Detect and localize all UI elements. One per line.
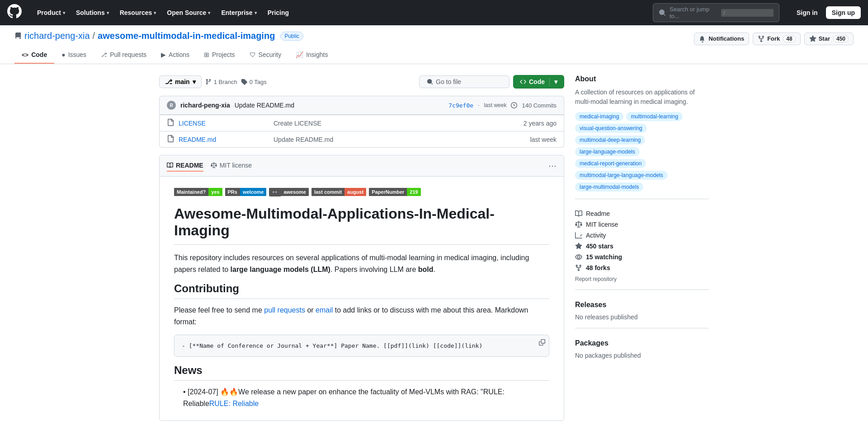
repo-name[interactable]: awesome-multimodal-in-medical-imaging: [98, 31, 275, 41]
repo-actions: Notifications Fork 48 Star 450: [694, 33, 854, 45]
commit-author[interactable]: richard-peng-xia: [180, 102, 230, 109]
file-controls: ⎇ main ▾ 1 Branch 0 Tags Go t: [159, 75, 564, 89]
branch-selector[interactable]: ⎇ main ▾: [159, 75, 202, 88]
sidebar-forks-link[interactable]: 48 forks: [575, 264, 709, 271]
badge-prs: PRs welcome: [225, 187, 267, 196]
pull-requests-link[interactable]: pull requests: [264, 306, 305, 314]
file-time-readme: last week: [530, 136, 557, 143]
news-item-1: • [2024-07] 🔥🔥We release a new paper on …: [183, 386, 549, 409]
file-name-license[interactable]: LICENSE: [179, 120, 269, 127]
commit-time-label: last week: [484, 102, 506, 108]
topic-multimodal-learning[interactable]: multimodal-learning: [626, 112, 683, 121]
branches-link[interactable]: 1 Branch: [205, 79, 237, 85]
top-nav: Product▾ Solutions▾ Resources▾ Open Sour…: [0, 0, 868, 25]
badge-maintained: Maintained? yes: [174, 187, 222, 196]
tab-security[interactable]: 🛡 Security: [242, 47, 289, 64]
sidebar-watching-link[interactable]: 15 watching: [575, 253, 709, 261]
readme-tab-license[interactable]: MIT license: [211, 160, 252, 172]
topic-multimodal-large-language-models[interactable]: multimodal-large-language-models: [575, 171, 668, 180]
go-to-file-button[interactable]: Go to file: [419, 75, 509, 88]
tab-insights[interactable]: 📈 Insights: [288, 47, 335, 64]
packages-title: Packages: [575, 339, 709, 347]
readme-tab-readme[interactable]: README: [167, 160, 203, 172]
search-box[interactable]: Search or jump to... /: [653, 3, 779, 22]
topics-list: medical-imaging multimodal-learning visu…: [575, 112, 709, 191]
topic-medical-report-generation[interactable]: medical-report-generation: [575, 159, 646, 168]
sidebar-activity-link[interactable]: Activity: [575, 232, 709, 239]
star-count: 450: [833, 35, 849, 42]
search-slash: /: [721, 9, 774, 17]
email-link[interactable]: email: [316, 306, 333, 314]
sidebar-license-link[interactable]: MIT license: [575, 221, 709, 228]
file-row-license: LICENSE Create LICENSE 2 years ago: [160, 115, 564, 131]
readme-license-section: Readme MIT license Activity 450 stars 15…: [575, 210, 709, 290]
file-name-readme[interactable]: README.md: [179, 136, 269, 143]
badge-last-commit: last commit august: [311, 187, 366, 196]
repo-header: richard-peng-xia / awesome-multimodal-in…: [0, 25, 868, 64]
auth-buttons: Sign in Sign up: [792, 6, 861, 19]
commit-hash[interactable]: 7c9ef0e: [448, 102, 473, 109]
notifications-button[interactable]: Notifications: [694, 33, 749, 45]
nav-pricing[interactable]: Pricing: [263, 5, 293, 20]
fork-count: 48: [783, 35, 795, 42]
about-title: About: [575, 75, 709, 83]
copy-icon[interactable]: [539, 339, 545, 347]
file-table: LICENSE Create LICENSE 2 years ago READM…: [159, 115, 564, 148]
repo-path: richard-peng-xia / awesome-multimodal-in…: [14, 31, 303, 41]
visibility-badge: Public: [280, 32, 303, 41]
tab-issues[interactable]: ● Issues: [54, 47, 94, 64]
file-icon-readme: [167, 135, 174, 144]
file-row-readme: README.md Update README.md last week: [160, 131, 564, 147]
tab-projects[interactable]: ⊞ Projects: [197, 47, 242, 64]
nav-enterprise[interactable]: Enterprise▾: [217, 5, 261, 20]
readme-menu-icon[interactable]: ⋯: [548, 161, 557, 171]
topic-large-language-models[interactable]: large-language-models: [575, 147, 640, 156]
repo-sidebar: About A collection of resources on appli…: [575, 75, 709, 421]
top-nav-links: Product▾ Solutions▾ Resources▾ Open Sour…: [33, 5, 293, 20]
file-commit-license: Create LICENSE: [274, 120, 519, 127]
releases-section: Releases No releases published: [575, 301, 709, 328]
readme-title: Awesome-Multimodal-Applications-In-Medic…: [174, 205, 549, 245]
github-logo[interactable]: [7, 4, 22, 21]
readme-section: README MIT license ⋯ Maintained? yes: [159, 155, 564, 421]
rule-link[interactable]: RULE: Reliable: [209, 400, 259, 407]
nav-open-source[interactable]: Open Source▾: [162, 5, 215, 20]
topic-large-multimodal-models[interactable]: large-multimodal-models: [575, 182, 643, 191]
readme-header: README MIT license ⋯: [160, 155, 564, 177]
repo-owner[interactable]: richard-peng-xia: [24, 31, 90, 41]
topic-visual-question-answering[interactable]: visual-question-answering: [575, 124, 647, 133]
file-icon-license: [167, 119, 174, 127]
topic-medical-imaging[interactable]: medical-imaging: [575, 112, 623, 121]
sidebar-readme-link[interactable]: Readme: [575, 210, 709, 217]
search-placeholder: Search or jump to...: [670, 6, 717, 19]
commits-link[interactable]: 140 Commits: [522, 102, 557, 109]
ref-badges: 1 Branch 0 Tags: [205, 79, 267, 85]
report-repository-link[interactable]: Report repository: [575, 276, 617, 282]
fork-button[interactable]: Fork 48: [753, 33, 801, 45]
commit-message[interactable]: Update README.md: [235, 102, 294, 109]
nav-solutions[interactable]: Solutions▾: [71, 5, 113, 20]
code-button[interactable]: Code ▾: [513, 75, 564, 89]
commit-time: ·: [478, 102, 479, 108]
no-packages: No packages published: [575, 352, 709, 359]
sidebar-stars-link[interactable]: 450 stars: [575, 243, 709, 250]
topic-multimodal-deep-learning[interactable]: multimodal-deep-learning: [575, 135, 645, 145]
star-button[interactable]: Star 450: [804, 33, 854, 45]
nav-product[interactable]: Product▾: [33, 5, 70, 20]
commit-bar: R richard-peng-xia Update README.md 7c9e…: [159, 96, 564, 115]
nav-resources[interactable]: Resources▾: [115, 5, 161, 20]
commit-meta: 7c9ef0e · last week 140 Commits: [448, 102, 557, 109]
about-section: About A collection of resources on appli…: [575, 75, 709, 199]
main-content: ⎇ main ▾ 1 Branch 0 Tags Go t: [145, 64, 723, 425]
badge-paper-number: PaperNumber 219: [369, 187, 421, 196]
badges-row: Maintained? yes PRs welcome 👓 awesome: [174, 187, 549, 196]
signup-button[interactable]: Sign up: [826, 6, 861, 19]
about-description: A collection of resources on application…: [575, 88, 709, 107]
file-commit-readme: Update README.md: [274, 136, 526, 143]
packages-section: Packages No packages published: [575, 339, 709, 366]
tab-actions[interactable]: ▶ Actions: [154, 47, 197, 64]
tab-pull-requests[interactable]: ⎇ Pull requests: [94, 47, 154, 64]
tab-code[interactable]: <> Code: [14, 47, 54, 64]
signin-button[interactable]: Sign in: [792, 7, 822, 19]
tags-link[interactable]: 0 Tags: [241, 79, 267, 85]
